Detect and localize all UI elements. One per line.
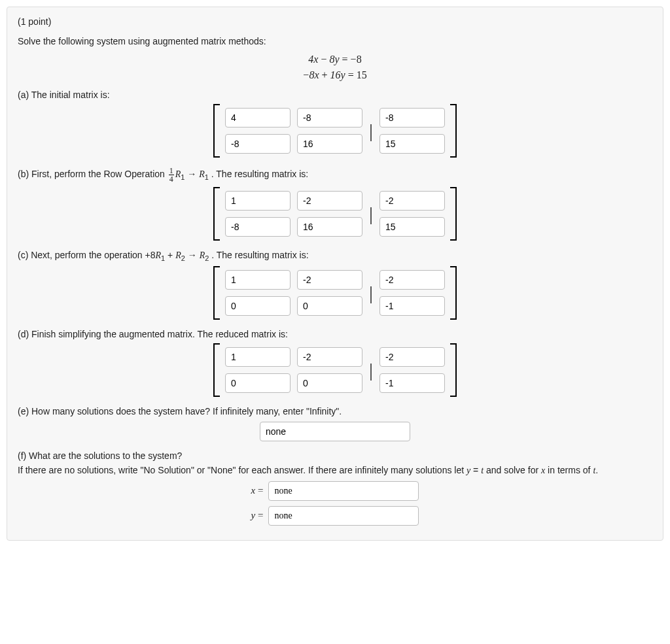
part-b-label: (b) First, perform the Row Operation 14R… [18,167,652,183]
bracket-left [213,104,220,158]
fraction-icon: 14 [168,167,175,183]
d-r1c3[interactable] [379,347,445,367]
part-d-matrix: | [18,343,652,397]
part-c-matrix: | [18,266,652,320]
x-value-input[interactable] [268,481,419,501]
c-r1c3[interactable] [379,270,445,290]
part-f-label: (f) What are the solutions to the system… [18,450,652,461]
c-r1c1[interactable] [225,270,291,290]
b-r1c1[interactable] [225,191,291,211]
x-equals-label: x = [251,485,264,496]
d-r1c2[interactable] [297,347,362,367]
a-r1c2[interactable] [297,108,362,127]
a-r1c1[interactable] [225,108,291,127]
y-equals-label: y = [251,510,264,521]
bracket-right [450,104,457,158]
points-label: (1 point) [18,16,652,27]
part-e-input-row [18,422,652,441]
d-r1c1[interactable] [225,347,291,367]
equation-1: 4x − 8y = −8 [18,52,652,67]
d-r2c2[interactable] [297,373,362,393]
b-r2c1[interactable] [225,217,291,237]
part-d-label: (d) Finish simplifying the augmented mat… [18,329,652,339]
part-b-matrix: | [18,187,652,241]
num-solutions-input[interactable] [260,422,410,441]
b-r2c3[interactable] [379,217,445,237]
part-c-label: (c) Next, perform the operation +8R1 + R… [18,250,652,262]
c-r2c2[interactable] [297,296,362,316]
y-value-input[interactable] [268,506,419,526]
c-r1c2[interactable] [297,270,362,290]
d-r2c1[interactable] [225,373,291,393]
aug-separator: | [368,104,374,158]
equations: 4x − 8y = −8 −8x + 16y = 15 [18,52,652,83]
b-r1c2[interactable] [297,191,362,211]
a-r2c1[interactable] [225,134,291,154]
part-e-label: (e) How many solutions does the system h… [18,406,652,416]
part-a-label: (a) The initial matrix is: [18,90,652,100]
a-r2c3[interactable] [379,134,445,154]
part-f-hint: If there are no solutions, write "No Sol… [18,465,652,476]
a-r1c3[interactable] [379,108,445,127]
part-f-answers: x = y = [18,481,652,526]
b-r1c3[interactable] [379,191,445,211]
d-r2c3[interactable] [379,373,445,393]
c-r2c1[interactable] [225,296,291,316]
a-r2c2[interactable] [297,134,362,154]
equation-2: −8x + 16y = 15 [18,67,652,83]
c-r2c3[interactable] [379,296,445,316]
b-r2c2[interactable] [297,217,362,237]
problem-panel: (1 point) Solve the following system usi… [7,7,663,541]
intro-text: Solve the following system using augment… [18,36,652,46]
part-a-matrix: | [18,104,652,158]
